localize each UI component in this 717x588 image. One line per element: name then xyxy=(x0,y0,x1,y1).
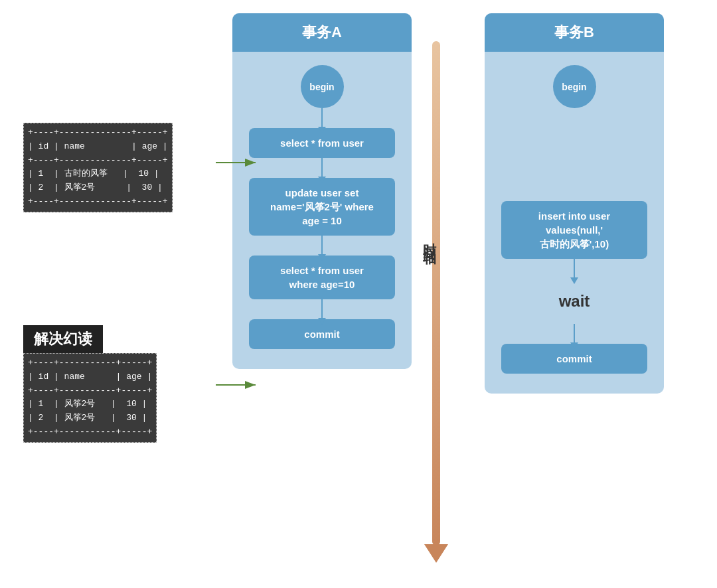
time-axis-arrow xyxy=(424,544,448,563)
resolve-label: 解决幻读 xyxy=(23,325,103,353)
arrow-b-1 xyxy=(574,259,575,279)
second-table: +----+-----------+-----+ | id | name | a… xyxy=(23,353,157,443)
arrow-a-2 xyxy=(321,158,323,178)
arrow-a-1 xyxy=(321,108,323,128)
resolve-phantom-container: 解决幻读 +----+-----------+-----+ | id | nam… xyxy=(23,325,157,443)
transaction-b-header: 事务B xyxy=(485,13,664,52)
transaction-a-update: update user setname='风筝2号' whereage = 10 xyxy=(249,178,395,236)
diagram-container: 事务A begin select * from user update user… xyxy=(0,0,717,588)
transaction-b-insert: insert into user values(null,'古时的风筝',10) xyxy=(501,201,647,259)
transaction-b-begin: begin xyxy=(553,65,596,108)
time-axis-line xyxy=(432,41,440,546)
transaction-a-begin: begin xyxy=(301,65,344,108)
transaction-b-column: 事务B begin insert into user values(null,'… xyxy=(485,13,664,394)
first-table-container: +----+--------------+-----+ | id | name … xyxy=(23,123,173,212)
arrow-b-2 xyxy=(574,324,575,344)
transaction-b-wait: wait xyxy=(559,279,590,324)
first-table: +----+--------------+-----+ | id | name … xyxy=(23,123,173,212)
transaction-a-header: 事务A xyxy=(232,13,412,52)
arrow-a-4 xyxy=(321,299,323,319)
transaction-a-column: 事务A begin select * from user update user… xyxy=(232,13,412,369)
arrow-a-3 xyxy=(321,236,323,256)
time-axis-label: 时间轴 xyxy=(421,232,439,244)
transaction-a-select2: select * from userwhere age=10 xyxy=(249,256,395,299)
